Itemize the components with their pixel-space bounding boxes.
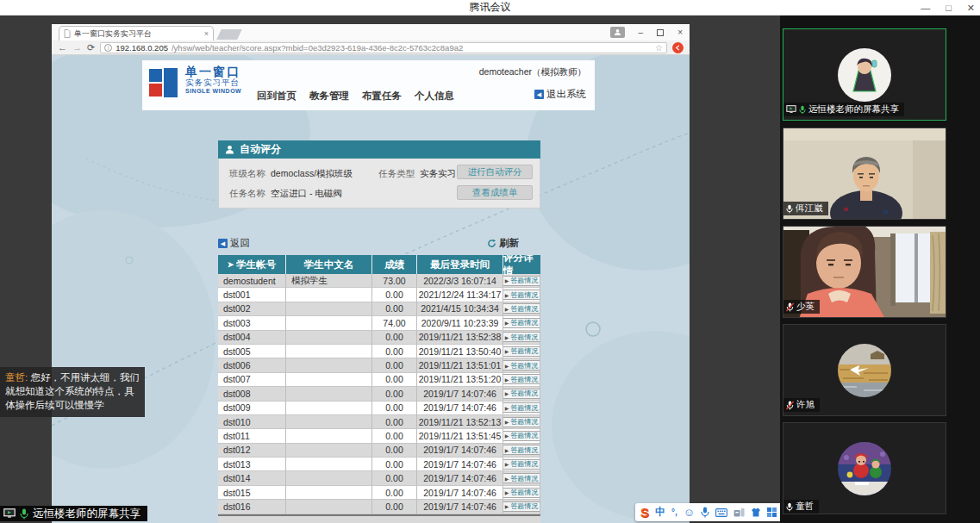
participant-tile[interactable]: 少英 bbox=[783, 226, 946, 318]
profile-icon[interactable] bbox=[610, 27, 625, 38]
new-tab-button[interactable] bbox=[216, 29, 242, 40]
answer-detail-button[interactable]: ▶答题情况 bbox=[503, 389, 540, 399]
answer-detail-button[interactable]: ▶答题情况 bbox=[503, 431, 540, 441]
table-row[interactable]: dst0020.002021/4/15 10:34:34▶答题情况 bbox=[218, 302, 540, 316]
table-cell: 0.00 bbox=[372, 288, 417, 302]
tab-close-icon[interactable]: × bbox=[204, 29, 209, 38]
info-icon[interactable]: i bbox=[104, 44, 112, 52]
table-row[interactable]: dst0140.002019/1/7 14:07:46▶答题情况 bbox=[218, 471, 540, 485]
class-name-value: democlass/模拟班级 bbox=[271, 168, 353, 180]
table-row[interactable]: dst0040.002019/11/21 13:52:38▶答题情况 bbox=[218, 331, 540, 345]
table-cell: 0.00 bbox=[372, 358, 417, 372]
answer-detail-button[interactable]: ▶答题情况 bbox=[503, 445, 540, 455]
column-header[interactable]: 成绩 bbox=[372, 255, 417, 274]
table-row[interactable]: dst0160.002019/1/7 14:07:46▶答题情况 bbox=[218, 500, 540, 514]
answer-detail-button[interactable]: ▶答题情况 bbox=[503, 417, 540, 427]
forward-icon[interactable]: → bbox=[72, 43, 82, 53]
participant-tile[interactable]: 许旭 bbox=[783, 324, 946, 416]
answer-detail-button[interactable]: ▶答题情况 bbox=[503, 501, 540, 512]
column-header[interactable]: 评分详情 bbox=[503, 255, 540, 274]
punctuation-icon[interactable]: °, bbox=[671, 507, 677, 517]
participant-tile[interactable]: 佴江崴 bbox=[783, 128, 946, 220]
virtual-keyboard-icon[interactable] bbox=[715, 508, 727, 517]
answer-detail-button[interactable]: ▶答题情况 bbox=[503, 290, 540, 300]
voice-input-icon[interactable] bbox=[701, 507, 709, 518]
table-row[interactable]: dst0130.002019/1/7 14:07:46▶答题情况 bbox=[218, 458, 540, 471]
refresh-button[interactable]: 刷新 bbox=[487, 237, 519, 250]
table-row[interactable]: dst0080.002019/1/7 14:07:46▶答题情况 bbox=[218, 387, 540, 401]
sogou-logo-icon[interactable]: S bbox=[640, 505, 649, 520]
table-row[interactable]: dst0070.002019/11/21 13:51:20▶答题情况 bbox=[218, 373, 540, 387]
answer-detail-button[interactable]: ▶答题情况 bbox=[503, 360, 540, 370]
table-row[interactable]: dst0090.002019/1/7 14:07:46▶答题情况 bbox=[218, 402, 540, 415]
answer-detail-button[interactable]: ▶答题情况 bbox=[503, 459, 540, 470]
avatar bbox=[838, 48, 891, 102]
participant-tile[interactable]: 童哲 bbox=[783, 422, 946, 514]
view-report-button[interactable]: 查看成绩单 bbox=[457, 185, 533, 200]
reload-icon[interactable]: ⟳ bbox=[87, 43, 95, 53]
table-cell: 0.00 bbox=[372, 458, 417, 471]
table-row[interactable]: dst0110.002019/11/21 13:51:45▶答题情况 bbox=[218, 429, 540, 443]
nav-item-1[interactable]: 教务管理 bbox=[309, 90, 349, 103]
nav-item-0[interactable]: 回到首页 bbox=[257, 90, 296, 103]
more-grid-icon[interactable] bbox=[767, 507, 777, 517]
table-cell: 0.00 bbox=[372, 345, 417, 358]
answer-detail-button[interactable]: ▶答题情况 bbox=[503, 318, 540, 328]
logout-button[interactable]: ◀ 退出系统 bbox=[534, 88, 586, 101]
table-row[interactable]: dst00374.002020/9/11 10:23:39▶答题情况 bbox=[218, 316, 540, 330]
table-cell bbox=[286, 345, 372, 358]
column-header-label: 学生中文名 bbox=[304, 258, 354, 271]
browser-minimize-button[interactable]: – bbox=[639, 28, 644, 37]
answer-detail-button[interactable]: ▶答题情况 bbox=[503, 473, 540, 483]
browser-close-button[interactable]: × bbox=[677, 28, 683, 37]
bookmark-star-icon[interactable]: ☆ bbox=[655, 43, 663, 53]
close-button[interactable]: ✕ bbox=[967, 3, 975, 14]
minimize-button[interactable]: — bbox=[921, 3, 930, 13]
browser-restore-button[interactable] bbox=[657, 29, 664, 36]
column-header[interactable]: 最后登录时间 bbox=[417, 255, 503, 274]
column-header[interactable]: ➤学生帐号 bbox=[218, 255, 286, 274]
table-cell: 0.00 bbox=[372, 471, 417, 485]
maximize-button[interactable]: □ bbox=[946, 3, 952, 13]
play-icon: ▶ bbox=[505, 334, 509, 340]
play-icon: ▶ bbox=[505, 405, 509, 411]
back-icon[interactable]: ← bbox=[58, 43, 67, 53]
answer-detail-button[interactable]: ▶答题情况 bbox=[503, 488, 540, 498]
avatar bbox=[838, 344, 891, 397]
column-header[interactable]: 学生中文名 bbox=[286, 255, 372, 274]
nav-item-3[interactable]: 个人信息 bbox=[415, 90, 454, 103]
table-row[interactable]: dst0010.002021/12/24 11:34:17▶答题情况 bbox=[218, 288, 540, 302]
table-row[interactable]: dst0150.002019/1/7 14:07:46▶答题情况 bbox=[218, 486, 540, 500]
run-auto-score-button[interactable]: 进行自动评分 bbox=[457, 165, 533, 179]
answer-detail-button[interactable]: ▶答题情况 bbox=[503, 374, 540, 384]
table-row[interactable]: dst0100.002019/11/21 13:52:13▶答题情况 bbox=[218, 415, 540, 429]
table-row[interactable]: dst0120.002019/1/7 14:07:46▶答题情况 bbox=[218, 444, 540, 458]
table-row[interactable]: demostudent模拟学生73.002022/3/3 16:07:14▶答题… bbox=[218, 274, 540, 288]
toolbox-icon[interactable] bbox=[733, 507, 745, 517]
tencent-meeting-window: 腾讯会议 — □ ✕ 单一窗口实务实习平台 × bbox=[0, 0, 980, 523]
table-row[interactable]: dst0050.002019/11/21 13:50:40▶答题情况 bbox=[218, 345, 540, 358]
browser-tabstrip: 单一窗口实务实习平台 × – × bbox=[52, 24, 690, 40]
answer-detail-label: 答题情况 bbox=[510, 459, 538, 469]
answer-detail-button[interactable]: ▶答题情况 bbox=[503, 346, 540, 357]
browser-menu-button[interactable] bbox=[672, 42, 684, 53]
answer-detail-button[interactable]: ▶答题情况 bbox=[503, 402, 540, 413]
answer-detail-button[interactable]: ▶答题情况 bbox=[503, 303, 540, 314]
table-cell: 2019/1/7 14:07:46 bbox=[417, 387, 503, 401]
table-cell: dst008 bbox=[218, 387, 286, 401]
table-cell: 2019/11/21 13:50:40 bbox=[417, 345, 503, 358]
nav-item-2[interactable]: 布置任务 bbox=[362, 90, 402, 103]
class-name-label: 班级名称 bbox=[229, 168, 265, 180]
table-cell bbox=[286, 500, 372, 514]
browser-tab[interactable]: 单一窗口实务实习平台 × bbox=[59, 26, 214, 40]
answer-detail-button[interactable]: ▶答题情况 bbox=[503, 276, 540, 286]
address-bar[interactable]: i 192.168.0.205 /yhsw/web/teacher/score.… bbox=[100, 42, 667, 53]
participant-tile[interactable]: 远恒楼老师的屏幕共享 bbox=[783, 28, 946, 121]
emoji-picker-icon[interactable]: ☺ bbox=[684, 506, 695, 519]
answer-detail-button[interactable]: ▶答题情况 bbox=[503, 332, 540, 342]
lang-mode-icon[interactable]: 中 bbox=[655, 505, 665, 520]
table-row[interactable]: dst0060.002019/11/21 13:51:01▶答题情况 bbox=[218, 358, 540, 372]
table-cell: ▶答题情况 bbox=[503, 471, 540, 485]
back-button[interactable]: ◀ 返回 bbox=[218, 237, 250, 250]
skin-icon[interactable] bbox=[751, 507, 761, 517]
